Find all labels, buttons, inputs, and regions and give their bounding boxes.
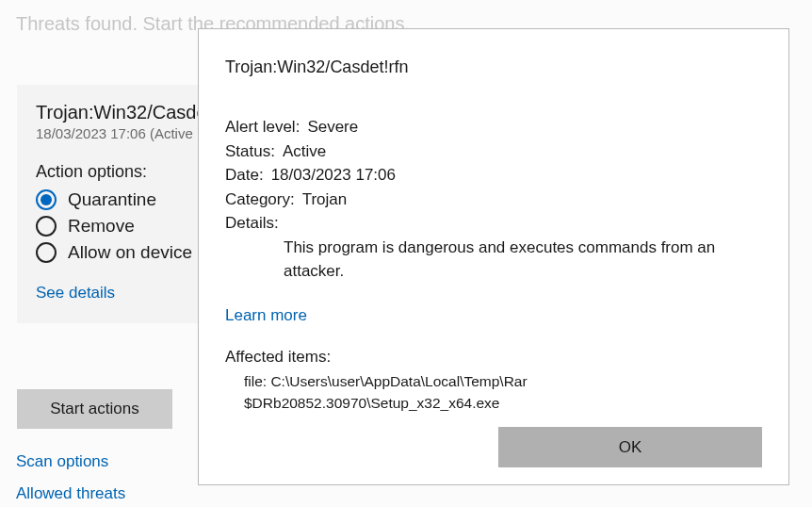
scan-options-link[interactable]: Scan options xyxy=(16,452,125,471)
prop-category: Category: Trojan xyxy=(225,188,762,212)
prop-value: Severe xyxy=(307,115,358,139)
dialog-properties: Alert level: Severe Status: Active Date:… xyxy=(225,115,762,284)
ok-button[interactable]: OK xyxy=(498,427,762,467)
prop-value: Trojan xyxy=(302,188,348,212)
affected-items-path: file: C:\Users\user\AppData\Local\Temp\R… xyxy=(244,370,762,415)
prop-key: Date: xyxy=(225,163,264,188)
radio-icon xyxy=(36,242,57,263)
prop-details-value: This program is dangerous and executes c… xyxy=(284,236,762,284)
prop-status: Status: Active xyxy=(225,139,762,164)
dialog-title: Trojan:Win32/Casdet!rfn xyxy=(225,57,762,77)
affected-line: $DRb20852.30970\Setup_x32_x64.exe xyxy=(244,392,762,414)
prop-key: Details: xyxy=(225,211,279,236)
radio-label: Allow on device xyxy=(68,242,192,263)
prop-value: 18/03/2023 17:06 xyxy=(271,163,396,188)
radio-label: Quarantine xyxy=(68,189,156,210)
start-actions-button[interactable]: Start actions xyxy=(17,389,172,429)
dialog-footer: OK xyxy=(225,427,762,467)
prop-details: Details: xyxy=(225,211,762,236)
prop-date: Date: 18/03/2023 17:06 xyxy=(225,163,762,188)
allowed-threats-link[interactable]: Allowed threats xyxy=(16,484,125,503)
radio-icon xyxy=(36,189,57,210)
radio-icon xyxy=(36,216,57,237)
prop-alert-level: Alert level: Severe xyxy=(225,115,762,139)
prop-key: Status: xyxy=(225,139,275,164)
affected-line: file: C:\Users\user\AppData\Local\Temp\R… xyxy=(244,370,762,392)
prop-key: Category: xyxy=(225,188,295,212)
learn-more-link[interactable]: Learn more xyxy=(225,306,762,325)
prop-key: Alert level: xyxy=(225,115,300,139)
affected-items-label: Affected items: xyxy=(225,348,762,367)
radio-label: Remove xyxy=(68,216,135,237)
under-links: Scan options Allowed threats xyxy=(16,452,125,503)
threat-details-dialog: Trojan:Win32/Casdet!rfn Alert level: Sev… xyxy=(198,28,789,485)
prop-value: Active xyxy=(283,139,326,164)
